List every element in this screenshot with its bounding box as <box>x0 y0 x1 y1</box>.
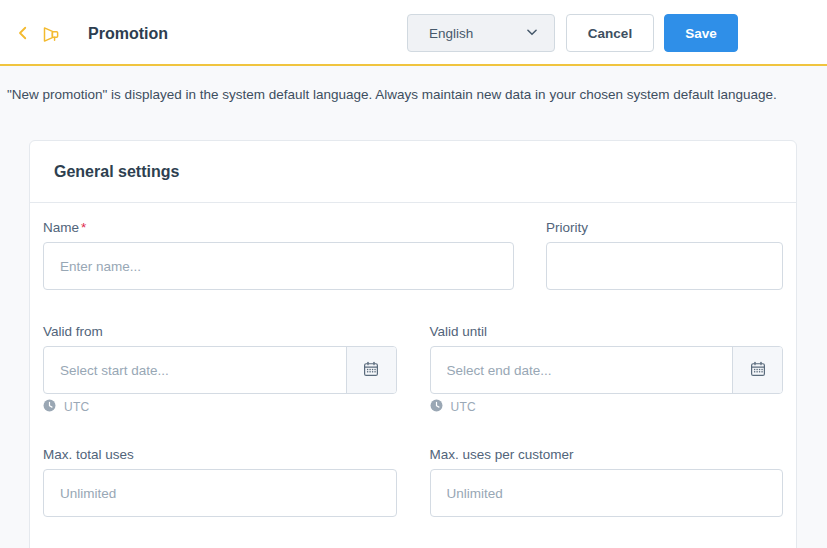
card-title: General settings <box>54 163 179 181</box>
max-total-uses-field-group: Max. total uses <box>43 447 397 517</box>
valid-from-datepicker <box>43 346 397 394</box>
valid-from-calendar-button[interactable] <box>346 347 396 393</box>
valid-from-input[interactable] <box>44 347 346 393</box>
name-field-group: Name* <box>43 220 514 290</box>
max-total-uses-input[interactable] <box>43 469 397 517</box>
name-label-text: Name <box>43 220 79 235</box>
megaphone-icon <box>40 23 62 45</box>
page-title: Promotion <box>88 24 168 44</box>
valid-from-timezone-hint: UTC <box>43 400 397 414</box>
valid-until-timezone-hint: UTC <box>430 400 784 414</box>
valid-until-field-group: Valid until <box>430 324 784 414</box>
max-uses-per-customer-label: Max. uses per customer <box>430 447 784 462</box>
card-body: Name* Priority Valid from <box>30 203 796 517</box>
name-label: Name* <box>43 220 514 235</box>
language-notice: "New promotion" is displayed in the syst… <box>7 87 777 103</box>
calendar-icon <box>362 360 380 381</box>
priority-label: Priority <box>546 220 783 235</box>
back-button[interactable] <box>12 24 34 44</box>
max-total-uses-label: Max. total uses <box>43 447 397 462</box>
chevron-left-icon <box>14 24 32 45</box>
valid-from-field-group: Valid from <box>43 324 397 414</box>
card-header: General settings <box>30 141 796 203</box>
row-validity: Valid from <box>43 324 783 414</box>
clock-icon <box>43 399 56 415</box>
valid-until-datepicker <box>430 346 784 394</box>
chevron-down-icon <box>525 25 539 42</box>
required-marker: * <box>81 220 86 235</box>
row-name-priority: Name* Priority <box>43 220 783 290</box>
smart-bar: Promotion English Cancel Save <box>0 0 827 66</box>
clock-icon <box>430 399 443 415</box>
timezone-label: UTC <box>451 400 477 414</box>
save-button[interactable]: Save <box>664 14 738 52</box>
valid-from-label: Valid from <box>43 324 397 339</box>
valid-until-calendar-button[interactable] <box>732 347 782 393</box>
priority-field-group: Priority <box>546 220 783 290</box>
language-select[interactable]: English <box>407 14 555 52</box>
calendar-icon <box>749 360 767 381</box>
max-uses-per-customer-input[interactable] <box>430 469 784 517</box>
priority-input[interactable] <box>546 242 783 290</box>
page-content: "New promotion" is displayed in the syst… <box>0 66 827 548</box>
max-uses-per-customer-field-group: Max. uses per customer <box>430 447 784 517</box>
general-settings-card: General settings Name* Priority <box>29 140 797 548</box>
valid-until-input[interactable] <box>431 347 733 393</box>
language-select-value: English <box>429 26 473 41</box>
cancel-button[interactable]: Cancel <box>566 14 654 52</box>
valid-until-label: Valid until <box>430 324 784 339</box>
timezone-label: UTC <box>64 400 90 414</box>
name-input[interactable] <box>43 242 514 290</box>
row-max-uses: Max. total uses Max. uses per customer <box>43 447 783 517</box>
